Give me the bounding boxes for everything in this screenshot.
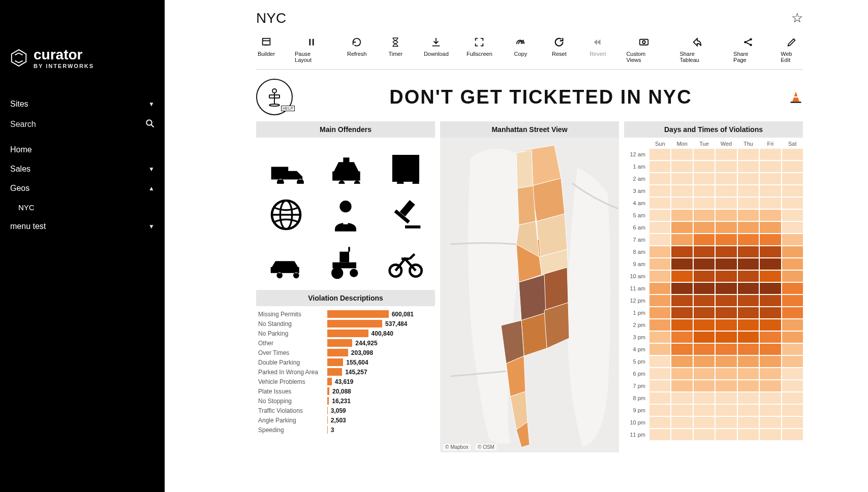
heat-cell[interactable] xyxy=(694,161,715,172)
offender-truck[interactable] xyxy=(257,143,315,189)
heat-cell[interactable] xyxy=(738,161,759,172)
heat-cell[interactable] xyxy=(760,185,781,196)
heat-cell[interactable] xyxy=(760,149,781,160)
heat-cell[interactable] xyxy=(671,356,692,367)
heat-cell[interactable] xyxy=(671,173,692,184)
heat-cell[interactable] xyxy=(760,392,781,404)
heat-cell[interactable] xyxy=(649,429,670,440)
heat-cell[interactable] xyxy=(671,149,692,160)
heat-cell[interactable] xyxy=(782,198,803,209)
heat-cell[interactable] xyxy=(671,271,692,282)
heat-cell[interactable] xyxy=(782,173,803,184)
violation-row[interactable]: Double Parking155,604 xyxy=(258,357,433,367)
heat-cell[interactable] xyxy=(694,429,715,440)
heat-cell[interactable] xyxy=(649,295,670,306)
heat-cell[interactable] xyxy=(694,307,715,318)
heat-cell[interactable] xyxy=(782,307,803,318)
heat-cell[interactable] xyxy=(782,392,803,404)
heat-cell[interactable] xyxy=(760,319,781,331)
heat-cell[interactable] xyxy=(649,234,670,245)
heat-cell[interactable] xyxy=(671,307,692,318)
heat-cell[interactable] xyxy=(716,368,736,379)
heat-cell[interactable] xyxy=(738,246,759,257)
heat-cell[interactable] xyxy=(649,161,670,172)
heat-cell[interactable] xyxy=(671,246,692,257)
heat-cell[interactable] xyxy=(694,295,715,306)
heat-cell[interactable] xyxy=(738,417,759,428)
heat-cell[interactable] xyxy=(671,368,692,379)
heat-cell[interactable] xyxy=(649,392,670,404)
heat-cell[interactable] xyxy=(716,222,736,233)
heat-cell[interactable] xyxy=(738,295,759,306)
heat-cell[interactable] xyxy=(716,258,736,270)
heat-cell[interactable] xyxy=(649,380,670,391)
heat-cell[interactable] xyxy=(738,380,759,391)
heat-cell[interactable] xyxy=(716,417,736,428)
heat-cell[interactable] xyxy=(738,356,759,367)
heat-cell[interactable] xyxy=(649,307,670,318)
heat-cell[interactable] xyxy=(716,246,736,257)
heat-cell[interactable] xyxy=(649,417,670,428)
heat-cell[interactable] xyxy=(694,344,715,355)
violation-row[interactable]: Speeding3 xyxy=(258,425,433,435)
violation-row[interactable]: No Standing537,484 xyxy=(258,319,433,329)
heat-cell[interactable] xyxy=(694,246,715,257)
heat-cell[interactable] xyxy=(694,210,715,221)
heat-cell[interactable] xyxy=(694,149,715,160)
heat-cell[interactable] xyxy=(760,246,781,257)
heat-cell[interactable] xyxy=(760,271,781,282)
heat-cell[interactable] xyxy=(760,198,781,209)
offender-taxi[interactable] xyxy=(317,143,374,189)
heat-cell[interactable] xyxy=(782,368,803,379)
offender-officer[interactable] xyxy=(317,191,374,238)
heat-cell[interactable] xyxy=(716,185,736,196)
heat-cell[interactable] xyxy=(649,405,670,416)
offender-car[interactable] xyxy=(257,240,315,287)
heat-cell[interactable] xyxy=(760,283,781,294)
heat-cell[interactable] xyxy=(694,185,715,196)
heat-cell[interactable] xyxy=(760,173,781,184)
heat-cell[interactable] xyxy=(649,210,670,221)
heat-cell[interactable] xyxy=(760,222,781,233)
heat-cell[interactable] xyxy=(649,149,670,160)
heat-cell[interactable] xyxy=(716,283,736,294)
heat-cell[interactable] xyxy=(782,222,803,233)
heat-cell[interactable] xyxy=(738,392,759,404)
heat-cell[interactable] xyxy=(671,161,692,172)
heat-cell[interactable] xyxy=(716,319,736,331)
heat-cell[interactable] xyxy=(760,417,781,428)
heat-cell[interactable] xyxy=(760,295,781,306)
help-badge[interactable]: HELP xyxy=(256,79,293,115)
heat-cell[interactable] xyxy=(738,368,759,379)
heat-cell[interactable] xyxy=(738,283,759,294)
heat-cell[interactable] xyxy=(782,332,803,343)
tool-timer[interactable]: Timer xyxy=(385,37,406,63)
violation-row[interactable]: Over Times203,098 xyxy=(258,348,433,357)
sidebar-item-home[interactable]: Home xyxy=(9,140,156,159)
tool-sharepage[interactable]: Share Page xyxy=(733,37,762,63)
heat-cell[interactable] xyxy=(782,246,803,257)
heat-cell[interactable] xyxy=(694,405,715,416)
heat-cell[interactable] xyxy=(760,356,781,367)
heat-cell[interactable] xyxy=(738,185,759,196)
heat-cell[interactable] xyxy=(694,271,715,282)
heat-cell[interactable] xyxy=(738,198,759,209)
heat-cell[interactable] xyxy=(671,283,692,294)
heat-cell[interactable] xyxy=(649,185,670,196)
tool-pause[interactable]: Pause Layout xyxy=(295,37,328,63)
violation-row[interactable]: Traffic Violations3,059 xyxy=(258,406,433,415)
heat-cell[interactable] xyxy=(760,258,781,270)
heat-cell[interactable] xyxy=(738,344,759,355)
heat-cell[interactable] xyxy=(782,161,803,172)
heat-cell[interactable] xyxy=(716,356,736,367)
offender-tractor[interactable] xyxy=(317,240,374,287)
heat-cell[interactable] xyxy=(671,210,692,221)
heat-cell[interactable] xyxy=(716,307,736,318)
heat-cell[interactable] xyxy=(782,319,803,331)
sidebar-item-menu-test[interactable]: menu test▼ xyxy=(9,217,156,236)
heat-cell[interactable] xyxy=(782,210,803,221)
heat-cell[interactable] xyxy=(694,368,715,379)
heat-cell[interactable] xyxy=(694,198,715,209)
heat-cell[interactable] xyxy=(760,332,781,343)
heat-cell[interactable] xyxy=(671,332,692,343)
